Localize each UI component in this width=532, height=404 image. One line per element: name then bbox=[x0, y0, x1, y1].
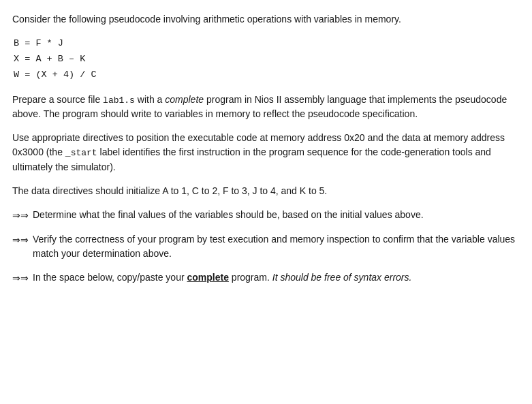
final-italic: It should be free of syntax errors. bbox=[272, 272, 412, 283]
intro-paragraph: Consider the following pseudocode involv… bbox=[12, 12, 518, 27]
final-text-after: program. bbox=[229, 272, 272, 283]
p1-code: lab1.s bbox=[103, 95, 135, 106]
arrow-item-final: ⇒⇒ In the space below, copy/paste your c… bbox=[12, 270, 518, 285]
final-underline-bold: complete bbox=[187, 272, 228, 283]
code-line-3: W = (X + 4) / C bbox=[14, 67, 518, 83]
arrow-icon-final: ⇒⇒ bbox=[12, 271, 29, 285]
final-text-before: In the space below, copy/paste your bbox=[33, 272, 187, 283]
content-area: Consider the following pseudocode involv… bbox=[12, 12, 518, 285]
p1-text-before: Prepare a source file bbox=[12, 94, 103, 105]
arrow-text-final: In the space below, copy/paste your comp… bbox=[33, 270, 518, 285]
arrow-item-2: ⇒⇒ Verify the correctness of your progra… bbox=[12, 232, 518, 261]
paragraph-2: Use appropriate directives to position t… bbox=[12, 131, 518, 174]
p1-em: complete bbox=[165, 94, 204, 105]
arrow-item-1: ⇒⇒ Determine what the final values of th… bbox=[12, 208, 518, 223]
code-line-1: B = F * J bbox=[14, 36, 518, 52]
arrow-icon-1: ⇒⇒ bbox=[12, 208, 29, 223]
paragraph-1: Prepare a source file lab1.s with a comp… bbox=[12, 93, 518, 122]
code-line-2: X = A + B – K bbox=[14, 52, 518, 67]
p1-text-mid: with a bbox=[135, 94, 165, 105]
arrow-text-1: Determine what the final values of the v… bbox=[33, 208, 518, 222]
arrow-text-2: Verify the correctness of your program b… bbox=[33, 232, 518, 261]
p2-code: _start bbox=[65, 148, 97, 158]
paragraph-3: The data directives should initialize A … bbox=[12, 184, 518, 198]
pseudocode-block: B = F * J X = A + B – K W = (X + 4) / C bbox=[14, 36, 518, 83]
arrow-icon-2: ⇒⇒ bbox=[12, 233, 29, 247]
